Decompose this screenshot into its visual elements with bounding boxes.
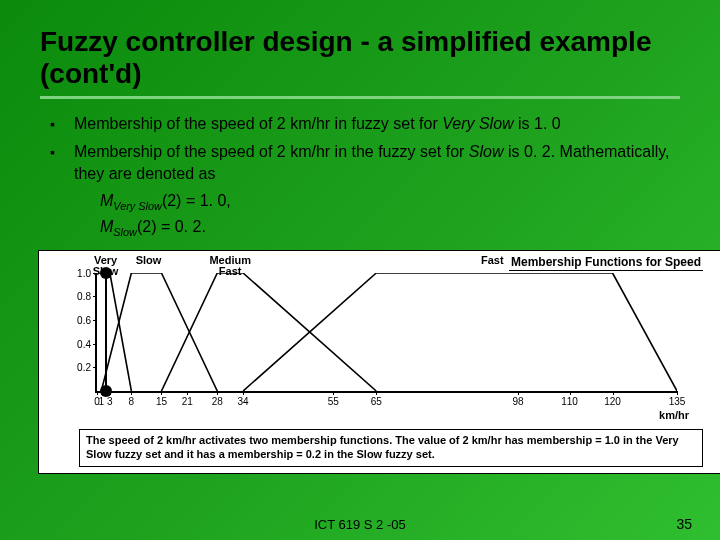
x-tick-label: 120	[604, 396, 621, 407]
slide-footer: ICT 619 S 2 -05	[0, 517, 720, 532]
series-label: MediumFast	[209, 255, 251, 278]
x-tick	[677, 391, 678, 395]
series-label: Fast	[481, 255, 504, 267]
x-tick-label: 65	[371, 396, 382, 407]
bullet-2: Membership of the speed of 2 km/hr in th…	[50, 141, 680, 184]
x-tick-label: 21	[182, 396, 193, 407]
page-title: Fuzzy controller design - a simplified e…	[40, 26, 680, 90]
x-tick	[570, 391, 571, 395]
bullet-1-term: Very Slow	[442, 115, 513, 132]
bullet-list: Membership of the speed of 2 km/hr in fu…	[50, 113, 680, 184]
y-tick	[93, 344, 97, 345]
bullet-1: Membership of the speed of 2 km/hr in fu…	[50, 113, 680, 135]
y-tick-label: 0.4	[63, 338, 91, 349]
page-number: 35	[676, 516, 692, 532]
y-tick	[93, 367, 97, 368]
x-tick-label: 8	[129, 396, 135, 407]
x-tick-label: 28	[212, 396, 223, 407]
series-label: Slow	[136, 255, 162, 267]
y-tick-label: 0.6	[63, 315, 91, 326]
series-line	[243, 273, 677, 391]
bullet-2-pre: Membership of the speed of 2 km/hr in th…	[74, 143, 469, 160]
eq2-arg: (2) = 0. 2.	[137, 218, 206, 235]
x-tick	[187, 391, 188, 395]
x-tick-label: 3	[107, 396, 113, 407]
equation-2: MSlow(2) = 0. 2.	[100, 216, 680, 240]
eq1-arg: (2) = 1. 0,	[162, 192, 231, 209]
x-tick-label: 110	[561, 396, 578, 407]
y-tick-label: 1.0	[63, 267, 91, 278]
x-tick-label: 34	[238, 396, 249, 407]
x-tick	[333, 391, 334, 395]
x-tick	[97, 391, 98, 395]
chart-lines	[97, 273, 677, 391]
x-tick-label: 15	[156, 396, 167, 407]
chart-title: Membership Functions for Speed	[509, 255, 703, 271]
y-tick-label: 0.8	[63, 291, 91, 302]
bullet-1-post: is 1. 0	[514, 115, 561, 132]
x-tick	[217, 391, 218, 395]
title-underline	[40, 96, 680, 99]
x-tick-label: 55	[328, 396, 339, 407]
eq1-m: M	[100, 192, 113, 209]
y-tick	[93, 320, 97, 321]
eq2-m: M	[100, 218, 113, 235]
x-tick	[131, 391, 132, 395]
eq2-sub: Slow	[113, 226, 137, 238]
x-tick-label: 98	[512, 396, 523, 407]
membership-chart: Membership Functions for Speed 0.20.40.6…	[38, 250, 720, 474]
x-tick-label: 135	[669, 396, 686, 407]
x-tick	[376, 391, 377, 395]
x-axis-label: km/hr	[659, 409, 689, 421]
x-tick	[161, 391, 162, 395]
y-tick-label: 0.2	[63, 362, 91, 373]
equation-1: MVery Slow(2) = 1. 0,	[100, 190, 680, 214]
speed-marker	[105, 273, 107, 391]
eq1-sub: Very Slow	[113, 200, 162, 212]
x-tick-label: 1	[99, 396, 105, 407]
series-line	[101, 273, 217, 391]
x-tick	[243, 391, 244, 395]
bullet-2-term: Slow	[469, 143, 504, 160]
series-line	[161, 273, 376, 391]
x-tick	[518, 391, 519, 395]
bullet-1-pre: Membership of the speed of 2 km/hr in fu…	[74, 115, 442, 132]
plot-area: 0.20.40.60.81.00138152128345565981101201…	[95, 273, 677, 393]
x-tick	[613, 391, 614, 395]
chart-caption: The speed of 2 km/hr activates two membe…	[79, 429, 703, 467]
y-tick	[93, 296, 97, 297]
